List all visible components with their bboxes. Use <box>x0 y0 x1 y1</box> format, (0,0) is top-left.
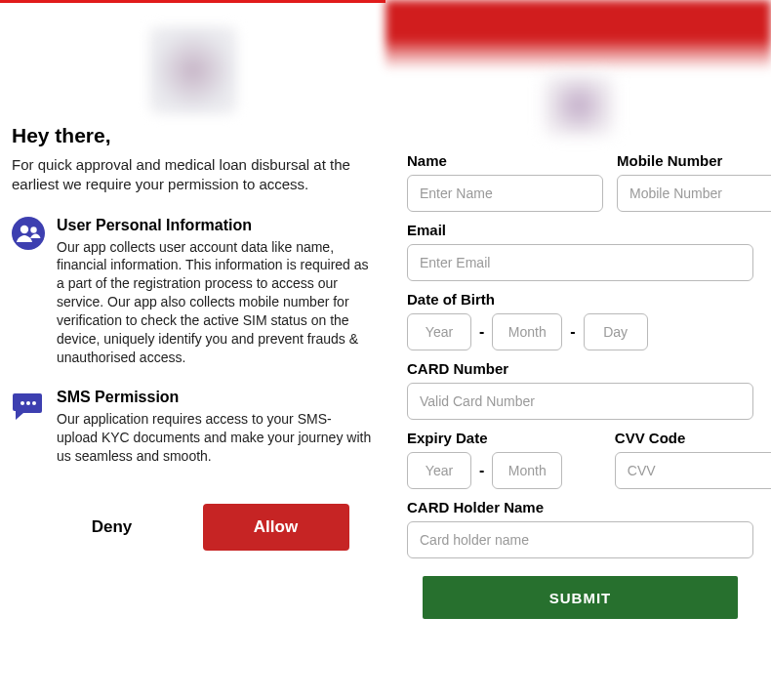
permission-user-info-title: User Personal Information <box>57 217 372 234</box>
svg-point-2 <box>30 226 36 232</box>
permission-sms: SMS Permission Our application requires … <box>12 389 376 466</box>
cvv-label: CVV Code <box>615 430 771 446</box>
allow-button-label: Allow <box>254 517 298 537</box>
svg-point-1 <box>20 225 28 232</box>
dob-day-input[interactable] <box>584 313 648 350</box>
submit-button-label: SUBMIT <box>549 590 612 606</box>
mobile-label: Mobile Number <box>617 152 771 169</box>
expiry-label: Expiry Date <box>407 430 601 446</box>
permission-user-info-body: Our app collects user account data like … <box>57 238 372 367</box>
dob-year-input[interactable] <box>407 313 471 350</box>
deny-button[interactable]: Deny <box>39 504 185 551</box>
deny-button-label: Deny <box>92 517 133 537</box>
email-input[interactable] <box>407 244 753 281</box>
expiry-separator: - <box>479 462 484 479</box>
allow-button[interactable]: Allow <box>203 504 349 551</box>
svg-point-3 <box>20 401 24 405</box>
card-form: Name Mobile Number Email Date of Birth <box>386 135 771 619</box>
name-input[interactable] <box>407 175 603 212</box>
expiry-year-input[interactable] <box>407 452 471 489</box>
greeting-title: Hey there, <box>12 124 376 147</box>
dob-separator: - <box>570 323 575 341</box>
header-banner-blurred <box>386 0 771 70</box>
permissions-screen: Hey there, For quick approval and medica… <box>0 0 386 700</box>
card-holder-label: CARD Holder Name <box>407 499 753 515</box>
mobile-input[interactable] <box>617 175 771 212</box>
app-logo-blurred <box>545 76 613 135</box>
expiry-month-input[interactable] <box>492 452 562 489</box>
svg-point-0 <box>12 217 45 250</box>
card-form-screen: Name Mobile Number Email Date of Birth <box>386 0 771 700</box>
svg-point-5 <box>32 401 36 405</box>
permission-user-info: User Personal Information Our app collec… <box>12 217 376 367</box>
cvv-input[interactable] <box>615 452 771 489</box>
dob-separator: - <box>479 323 484 341</box>
card-number-label: CARD Number <box>407 360 753 377</box>
email-label: Email <box>407 222 753 238</box>
submit-button[interactable]: SUBMIT <box>423 576 738 619</box>
dob-label: Date of Birth <box>407 291 753 308</box>
permission-sms-title: SMS Permission <box>57 389 372 406</box>
card-number-input[interactable] <box>407 383 753 420</box>
permission-sms-body: Our application requires access to your … <box>57 410 372 466</box>
user-group-icon <box>12 217 45 250</box>
name-label: Name <box>407 152 603 169</box>
dob-month-input[interactable] <box>492 313 562 350</box>
svg-point-4 <box>26 401 30 405</box>
header-accent-bar <box>0 0 386 3</box>
card-holder-input[interactable] <box>407 521 753 558</box>
sms-icon <box>12 389 45 422</box>
greeting-subhead: For quick approval and medical loan disb… <box>12 155 376 195</box>
app-logo-blurred <box>149 26 237 114</box>
